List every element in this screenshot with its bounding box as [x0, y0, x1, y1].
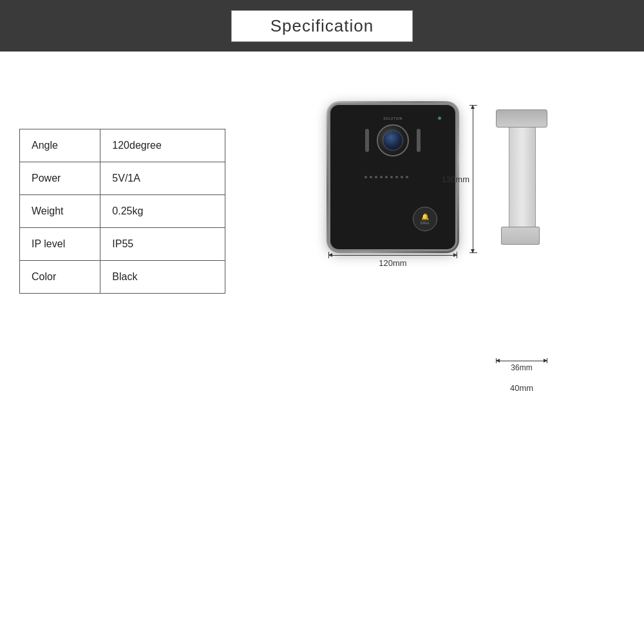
dim-depth-bottom-label: 40mm — [510, 383, 533, 393]
spec-table: Angle120degreePower5V/1AWeight0.25kgIP l… — [19, 129, 225, 294]
call-button: 🔔 CALL — [413, 207, 437, 231]
page-title: Specification — [270, 16, 374, 35]
speaker-bar-left — [365, 129, 369, 152]
camera-lens: SOLUTION — [377, 124, 409, 156]
spec-row: ColorBlack — [20, 261, 225, 294]
spec-label: Angle — [20, 129, 100, 162]
mic-dot — [395, 176, 398, 178]
speaker-bar-right — [417, 129, 421, 152]
camera-label: SOLUTION — [383, 117, 402, 120]
mic-dot — [406, 176, 408, 178]
spec-value: IP55 — [100, 228, 225, 261]
led-indicator — [438, 117, 441, 120]
spec-row: Power5V/1A — [20, 162, 225, 195]
title-box: Specification — [231, 10, 413, 42]
device-side-container: 36mm 40mm — [496, 109, 547, 393]
dim-depth-top-label: 36mm — [496, 363, 547, 372]
device-front-container: SOLUTION 🔔 — [328, 103, 457, 268]
spec-label: Power — [20, 162, 100, 195]
spec-row: IP levelIP55 — [20, 228, 225, 261]
call-label: CALL — [421, 221, 430, 225]
mic-dots — [365, 176, 408, 178]
header-bar: Specification — [0, 0, 644, 52]
spec-label: Weight — [20, 195, 100, 228]
bell-icon: 🔔 — [421, 213, 429, 220]
dim-height-label: 130mm — [442, 175, 469, 184]
mic-dot — [401, 176, 403, 178]
camera-row: SOLUTION — [365, 124, 421, 156]
dim-width-label: 120mm — [328, 258, 457, 268]
mic-dot — [380, 176, 383, 178]
spec-label: IP level — [20, 228, 100, 261]
dim-bottom-container: 120mm — [328, 255, 457, 268]
bracket-top-flange — [496, 109, 547, 128]
mic-dot — [390, 176, 393, 178]
mic-dot — [370, 176, 372, 178]
mic-dot — [365, 176, 367, 178]
spec-row: Weight0.25kg — [20, 195, 225, 228]
spec-value: 120degree — [100, 129, 225, 162]
bracket-bottom-flange — [501, 227, 540, 245]
mic-dot — [375, 176, 377, 178]
spec-table-area: Angle120degreePower5V/1AWeight0.25kgIP l… — [19, 129, 225, 625]
dim-36-container: 36mm — [496, 361, 547, 372]
device-front-view: SOLUTION 🔔 — [328, 103, 457, 251]
spec-label: Color — [20, 261, 100, 294]
main-content: Angle120degreePower5V/1AWeight0.25kgIP l… — [0, 52, 644, 644]
spec-value: Black — [100, 261, 225, 294]
spec-row: Angle120degree — [20, 129, 225, 162]
device-side-view — [496, 109, 547, 245]
spec-value: 5V/1A — [100, 162, 225, 195]
spec-value: 0.25kg — [100, 195, 225, 228]
device-area: SOLUTION 🔔 — [251, 90, 625, 625]
mic-dot — [385, 176, 388, 178]
